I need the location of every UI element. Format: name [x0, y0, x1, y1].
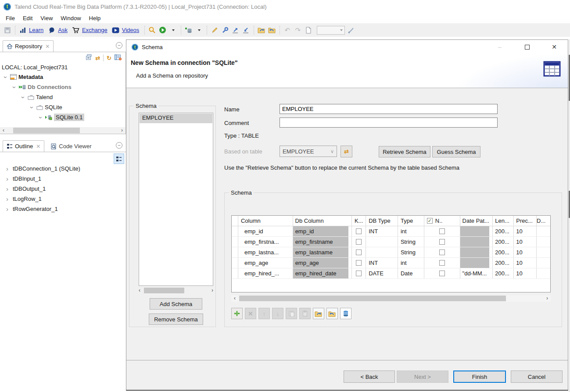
cell-length[interactable]: 200... — [493, 247, 514, 257]
wrench-icon[interactable] — [220, 25, 229, 35]
exchange-cart-icon[interactable] — [71, 25, 80, 35]
cell-key[interactable] — [352, 268, 366, 278]
cell-db-column[interactable]: emp_hired_date — [293, 268, 352, 278]
run-dropdown-icon[interactable] — [168, 25, 178, 35]
cell-column[interactable]: emp_id — [238, 226, 293, 236]
learn-icon[interactable] — [18, 25, 27, 35]
redo-icon[interactable]: ↷ — [293, 25, 302, 35]
db-tree-icon[interactable] — [184, 25, 193, 35]
chevron-expanded-icon[interactable]: › — [29, 104, 36, 110]
schema-list-item-selected[interactable]: EMPLOYEE — [140, 114, 212, 123]
delete-row-icon[interactable]: ✕ — [245, 308, 256, 319]
run-icon[interactable] — [158, 25, 167, 35]
remove-schema-button[interactable]: Remove Schema — [149, 314, 203, 325]
cell-db-column[interactable]: emp_firstname — [293, 237, 352, 247]
paste-icon[interactable] — [299, 308, 311, 319]
close-icon[interactable]: ✕ — [45, 43, 50, 50]
cell-nullable[interactable] — [424, 268, 460, 278]
scrollbar-thumb[interactable] — [239, 296, 506, 301]
outline-item[interactable]: ›tDBOutput_1 — [0, 184, 126, 194]
back-button[interactable]: < Back — [344, 371, 395, 383]
refresh-project-icon[interactable] — [267, 25, 276, 35]
cell-nullable[interactable] — [424, 226, 460, 236]
outline-layout-toggle[interactable] — [114, 153, 124, 164]
tree-item-metadata[interactable]: › Metadata — [0, 72, 125, 82]
key-checkbox[interactable] — [356, 249, 362, 255]
add-schema-button[interactable]: Add Schema — [150, 298, 202, 310]
db-column-icon[interactable] — [340, 308, 351, 319]
menu-file[interactable]: File — [2, 14, 19, 22]
cell-type[interactable]: int — [398, 226, 424, 236]
cancel-button[interactable]: Cancel — [511, 371, 563, 383]
chevron-expanded-icon[interactable]: › — [37, 114, 44, 120]
tab-code-viewer[interactable]: Code Viewer — [47, 140, 95, 152]
cell-default[interactable] — [537, 258, 550, 268]
outline-item[interactable]: ›tLogRow_1 — [0, 194, 126, 204]
window-maximize-icon[interactable] — [513, 40, 541, 54]
header-date-pattern[interactable]: Date Pat... — [460, 216, 493, 226]
menu-window[interactable]: Window — [57, 14, 85, 22]
cell-key[interactable] — [352, 237, 366, 247]
cell-db-type[interactable]: INT — [366, 226, 398, 236]
cell-default[interactable] — [537, 247, 550, 257]
move-down-icon[interactable]: ↓ — [272, 308, 283, 319]
cell-precision[interactable]: 10 — [514, 237, 537, 247]
header-default[interactable]: D... — [537, 216, 550, 226]
cell-db-type[interactable]: DATE — [366, 268, 398, 278]
guess-schema-button[interactable]: Guess Schema — [432, 146, 480, 157]
schema-table-hscrollbar[interactable]: ‹ › — [231, 295, 551, 302]
header-type[interactable]: Type — [398, 216, 424, 226]
videos-icon[interactable] — [111, 25, 120, 35]
key-checkbox[interactable] — [356, 228, 362, 234]
cell-db-column[interactable]: emp_age — [293, 258, 352, 268]
header-db-column[interactable]: Db Column — [293, 216, 352, 226]
header-precision[interactable]: Prec... — [514, 216, 537, 226]
chevron-collapsed-icon[interactable]: › — [4, 185, 10, 192]
new-file-icon[interactable] — [304, 25, 313, 35]
dialog-titlebar[interactable]: t Schema – ✕ — [126, 40, 568, 54]
tree-item-talend-folder[interactable]: › Talend — [0, 92, 125, 102]
save-icon[interactable] — [3, 25, 12, 35]
scroll-right-icon[interactable]: › — [209, 287, 216, 294]
scroll-left-icon[interactable]: ‹ — [231, 295, 238, 302]
cell-length[interactable]: 200... — [493, 226, 514, 236]
scroll-right-icon[interactable]: › — [118, 127, 125, 134]
cell-date-pattern[interactable]: "dd-MM... — [460, 268, 493, 278]
cell-type[interactable]: int — [398, 258, 424, 268]
outline-item[interactable]: ›tDBConnection_1 (SQLite) — [0, 164, 126, 174]
chevron-collapsed-icon[interactable]: › — [4, 165, 10, 172]
cell-column[interactable]: emp_age — [238, 258, 293, 268]
tab-repository[interactable]: Repository ✕ — [3, 40, 54, 52]
cell-type[interactable]: String — [398, 247, 424, 257]
header-length[interactable]: Len... — [493, 216, 514, 226]
refresh-tables-button[interactable]: ⇄ — [341, 146, 352, 157]
search-icon[interactable] — [147, 25, 157, 35]
based-on-table-combo[interactable]: EMPLOYEE ∨ — [280, 146, 337, 157]
export-items-icon[interactable] — [231, 25, 240, 35]
tab-outline[interactable]: Outline ✕ — [3, 140, 44, 152]
cell-nullable[interactable] — [424, 258, 460, 268]
key-checkbox[interactable] — [356, 271, 362, 276]
header-db-type[interactable]: DB Type — [366, 216, 398, 226]
copy-icon[interactable] — [286, 308, 297, 319]
cell-precision[interactable]: 10 — [514, 258, 537, 268]
close-icon[interactable]: ✕ — [36, 143, 40, 150]
scrollbar-thumb[interactable] — [144, 288, 184, 293]
outline-item[interactable]: ›tRowGenerator_1 — [0, 204, 126, 214]
window-close-icon[interactable]: ✕ — [541, 40, 568, 54]
toolbar-combo[interactable] — [317, 26, 345, 35]
exchange-link[interactable]: Exchange — [82, 27, 108, 33]
collapse-all-icon[interactable] — [86, 54, 92, 62]
outline-item[interactable]: ›tDBInput_1 — [0, 174, 126, 184]
key-checkbox[interactable] — [356, 239, 362, 245]
nullable-all-checkbox[interactable]: ✓ — [427, 218, 433, 224]
refresh-icon[interactable]: ↻ — [107, 55, 111, 61]
tree-item-sqlite-folder[interactable]: › SQLite — [0, 102, 125, 112]
chevron-expanded-icon[interactable]: › — [11, 84, 18, 90]
scroll-left-icon[interactable]: ‹ — [136, 287, 143, 294]
chevron-collapsed-icon[interactable]: › — [4, 205, 10, 213]
import-items-icon[interactable] — [241, 25, 251, 35]
cell-nullable[interactable] — [424, 247, 460, 257]
retrieve-schema-button[interactable]: Retrieve Schema — [379, 146, 430, 157]
swap-view-icon[interactable]: ⇄ — [95, 55, 100, 61]
